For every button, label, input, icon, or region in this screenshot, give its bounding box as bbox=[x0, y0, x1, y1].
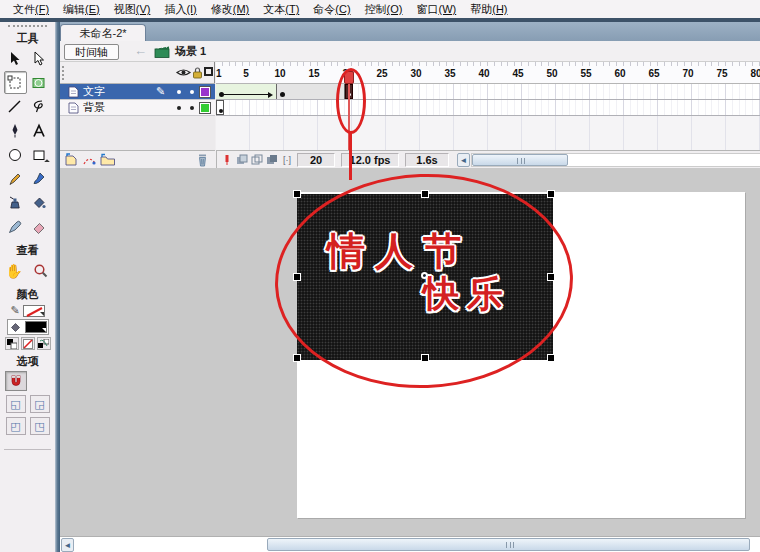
delete-layer-trash-icon[interactable] bbox=[196, 153, 209, 167]
selection-arrow-icon bbox=[11, 52, 20, 65]
menu-item-text[interactable]: 文本(T) bbox=[256, 0, 306, 18]
text-a-icon bbox=[34, 125, 44, 136]
background-keyframe-1[interactable] bbox=[216, 100, 224, 115]
layer-outline-color-swatch[interactable] bbox=[200, 103, 210, 113]
envelope-option[interactable]: ◳ bbox=[30, 417, 50, 435]
rotate-skew-option[interactable]: ◱ bbox=[6, 395, 26, 413]
ruler-number: 80 bbox=[748, 68, 760, 79]
brush-tool[interactable] bbox=[28, 167, 51, 190]
subselection-arrow-icon bbox=[35, 52, 44, 65]
edit-multiple-frames-button[interactable] bbox=[265, 153, 279, 167]
onion-skin-button[interactable] bbox=[235, 153, 249, 167]
stage-work-area[interactable]: 情人节 快乐 bbox=[60, 168, 760, 536]
black-white-button[interactable] bbox=[5, 337, 19, 350]
line-tool[interactable] bbox=[4, 95, 27, 118]
menu-item-insert[interactable]: 插入(I) bbox=[157, 0, 203, 18]
timeline-scrollbar-track[interactable] bbox=[471, 153, 760, 167]
insert-layer-icon[interactable] bbox=[64, 153, 79, 166]
frame-ruler[interactable]: 1 5 10 15 20 25 30 35 40 45 50 55 60 65 … bbox=[216, 62, 760, 84]
timeline-toggle-button[interactable]: 时间轴 bbox=[64, 44, 119, 60]
subselection-tool[interactable] bbox=[28, 47, 51, 70]
lasso-tool[interactable] bbox=[28, 95, 51, 118]
selection-tool[interactable] bbox=[4, 47, 27, 70]
visibility-dot[interactable] bbox=[177, 106, 181, 110]
lock-dot[interactable] bbox=[190, 90, 194, 94]
fill-color-swatch[interactable] bbox=[25, 321, 47, 333]
frames-row-text-layer[interactable] bbox=[216, 84, 760, 100]
menu-item-commands[interactable]: 命令(C) bbox=[306, 0, 357, 18]
elapsed-time-field[interactable]: 1.6s bbox=[405, 153, 449, 167]
transform-handle-sw[interactable] bbox=[294, 355, 300, 361]
static-frame-span[interactable] bbox=[277, 84, 345, 99]
layers-grip[interactable] bbox=[62, 66, 65, 80]
timeline-scroll-left-arrow[interactable]: ◄ bbox=[457, 153, 470, 167]
outline-square-icon[interactable] bbox=[204, 67, 213, 76]
ruler-number: 65 bbox=[646, 68, 662, 79]
panel-grip[interactable] bbox=[8, 25, 47, 29]
transform-handle-nw[interactable] bbox=[294, 191, 300, 197]
scale-option[interactable]: ◲ bbox=[30, 395, 50, 413]
fill-bucket-icon bbox=[9, 321, 22, 333]
lock-icon[interactable] bbox=[191, 66, 204, 79]
pen-tool[interactable] bbox=[4, 119, 27, 142]
menu-item-help[interactable]: 帮助(H) bbox=[463, 0, 514, 18]
modify-onion-markers-button[interactable]: [·] bbox=[280, 153, 294, 167]
menu-item-window[interactable]: 窗口(W) bbox=[410, 0, 464, 18]
menu-item-control[interactable]: 控制(O) bbox=[358, 0, 410, 18]
stage-scrollbar-thumb[interactable] bbox=[267, 538, 750, 551]
menu-item-modify[interactable]: 修改(M) bbox=[204, 0, 257, 18]
layer-row-text[interactable]: 文字 ✎ bbox=[60, 84, 215, 100]
keyframe-dot bbox=[280, 92, 285, 97]
back-arrow-icon[interactable]: ← bbox=[134, 43, 147, 58]
swap-colors-button[interactable] bbox=[37, 337, 51, 350]
zoom-tool[interactable] bbox=[30, 259, 53, 282]
transform-handle-se[interactable] bbox=[548, 355, 554, 361]
snap-to-objects-button[interactable] bbox=[5, 371, 27, 391]
stroke-color-swatch[interactable] bbox=[23, 305, 45, 317]
layers-bottom-bar bbox=[60, 150, 215, 168]
ruler-number: 60 bbox=[612, 68, 628, 79]
pencil-tool[interactable] bbox=[4, 167, 27, 190]
layer-name: 背景 bbox=[83, 100, 135, 115]
gradient-transform-tool[interactable] bbox=[28, 71, 51, 94]
ink-bottle-tool[interactable] bbox=[4, 191, 27, 214]
layers-empty-area bbox=[60, 116, 215, 150]
visibility-dot[interactable] bbox=[177, 90, 181, 94]
paint-bucket-tool[interactable] bbox=[28, 191, 51, 214]
insert-layer-folder-icon[interactable] bbox=[100, 153, 116, 166]
tween-arrow-line bbox=[224, 94, 268, 95]
distort-option[interactable]: ◰ bbox=[6, 417, 26, 435]
ruler-number: 45 bbox=[510, 68, 526, 79]
rectangle-tool[interactable] bbox=[28, 143, 51, 166]
menu-item-edit[interactable]: 编辑(E) bbox=[56, 0, 107, 18]
onion-skin-outlines-button[interactable] bbox=[250, 153, 264, 167]
text-tool[interactable] bbox=[28, 119, 51, 142]
eraser-tool[interactable] bbox=[28, 215, 51, 238]
eyedropper-tool[interactable] bbox=[4, 215, 27, 238]
current-frame-field[interactable]: 20 bbox=[297, 153, 335, 167]
free-transform-tool[interactable] bbox=[4, 71, 27, 94]
motion-tween-span[interactable] bbox=[216, 84, 277, 99]
timeline-scrollbar-thumb[interactable] bbox=[472, 154, 568, 166]
stage-scroll-left-arrow[interactable]: ◄ bbox=[61, 538, 74, 552]
ruler-number: 40 bbox=[476, 68, 492, 79]
center-frame-button[interactable] bbox=[220, 153, 234, 167]
transform-handle-ne[interactable] bbox=[548, 191, 554, 197]
layer-row-background[interactable]: 背景 bbox=[60, 100, 215, 116]
flash-application-window: 文件(F) 编辑(E) 视图(V) 插入(I) 修改(M) 文本(T) 命令(C… bbox=[0, 0, 760, 552]
add-motion-guide-icon[interactable] bbox=[82, 153, 97, 166]
document-tab[interactable]: 未命名-2* bbox=[60, 24, 146, 41]
stage-horizontal-scrollbar[interactable]: ◄ bbox=[60, 536, 760, 552]
oval-tool[interactable] bbox=[4, 143, 27, 166]
menu-item-view[interactable]: 视图(V) bbox=[107, 0, 158, 18]
layer-outline-color-swatch[interactable] bbox=[200, 87, 210, 97]
lock-dot[interactable] bbox=[190, 106, 194, 110]
no-color-button[interactable] bbox=[21, 337, 35, 350]
menu-item-file[interactable]: 文件(F) bbox=[6, 0, 56, 18]
show-hide-eye-icon[interactable] bbox=[176, 66, 191, 79]
annotation-line-frame20 bbox=[349, 132, 352, 180]
hand-tool[interactable]: ✋ bbox=[3, 259, 26, 282]
scene-label[interactable]: 场景 1 bbox=[175, 44, 206, 59]
frames-row-background-layer[interactable] bbox=[216, 100, 760, 116]
ruler-number: 55 bbox=[578, 68, 594, 79]
